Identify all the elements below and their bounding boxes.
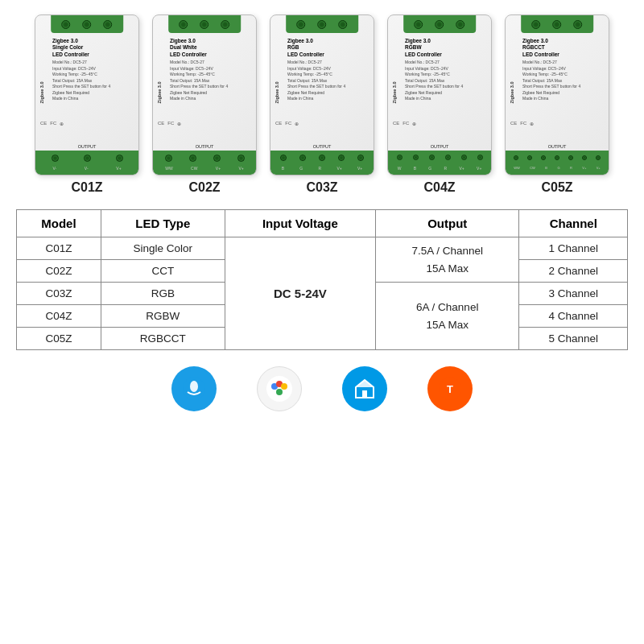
pin-c05z-7 <box>596 155 601 160</box>
top-connector-c04z <box>403 15 476 33</box>
td-model-c04z: C04Z <box>17 305 101 328</box>
product-image-c01z: INPUT Zigbee 3.0 Zigbee 3.0Single ColorL… <box>35 14 139 175</box>
cert-c03z: CE FC ⊕ <box>275 121 299 126</box>
table-row-c01z: C01Z Single Color DC 5-24V 7.5A / Channe… <box>17 237 628 260</box>
output-label-c03z: OUTPUT <box>313 144 332 149</box>
pin-c03z-4 <box>338 155 345 161</box>
pin-c05z-4 <box>555 155 559 160</box>
zigbee-title-c05z: Zigbee 3.0RGBCCTLED Controller <box>522 38 605 58</box>
td-model-c05z: C05Z <box>17 328 101 350</box>
product-item-c04z: INPUT Zigbee 3.0 Zigbee 3.0RGBWLED Contr… <box>384 14 495 195</box>
td-led-c02z: CCT <box>101 260 225 283</box>
product-image-c03z: INPUT Zigbee 3.0 Zigbee 3.0RGBLED Contro… <box>270 14 374 175</box>
pin-c05z-2 <box>527 155 532 160</box>
spec-lines-c01z: Model No.: DC5-27 Input Voltage: DC5~24V… <box>52 60 134 102</box>
pin-c03z-5 <box>357 155 364 161</box>
tuya-icon-container[interactable]: T <box>427 366 473 411</box>
app-icons-row: T <box>171 366 473 411</box>
spec-lines-c03z: Model No.: DC5-27 Input Voltage: DC5~24V… <box>287 60 369 102</box>
th-output: Output <box>375 210 519 237</box>
tuya-icon: T <box>427 366 473 411</box>
td-led-c03z: RGB <box>101 283 225 305</box>
pin-labels-c03z: B G R V+ V+ <box>274 166 370 171</box>
svg-rect-9 <box>362 390 367 398</box>
th-channel: Channel <box>519 210 628 237</box>
top-connector-c01z <box>51 15 123 33</box>
smartlife-icon-container[interactable] <box>342 366 387 411</box>
pin-c05z-5 <box>568 155 573 160</box>
cert-c02z: CE FC ⊕ <box>158 121 181 126</box>
product-image-c02z: INPUT Zigbee 3.0 Zigbee 3.0Dual WhiteLED… <box>152 14 257 175</box>
pin-c02z-2 <box>189 155 196 162</box>
bottom-connector-c03z: B G R V+ V+ <box>270 151 374 175</box>
body-c04z: Zigbee 3.0 Zigbee 3.0RGBWLED Controller … <box>388 33 491 152</box>
zigbee-title-c03z: Zigbee 3.0RGBLED Controller <box>287 38 369 58</box>
screw-c04z-3 <box>456 20 464 29</box>
td-led-c05z: RGBCCT <box>101 328 225 350</box>
product-name-c01z: C01Z <box>71 180 102 195</box>
vertical-text-c04z: Zigbee 3.0 <box>392 82 397 104</box>
top-connector-c03z <box>286 15 358 33</box>
body-c05z: Zigbee 3.0 Zigbee 3.0RGBCCTLED Controlle… <box>506 33 609 152</box>
alexa-icon-container[interactable] <box>171 366 217 411</box>
google-svg <box>265 374 294 403</box>
alexa-icon <box>171 366 217 411</box>
product-image-c05z: INPUT Zigbee 3.0 Zigbee 3.0RGBCCTLED Con… <box>505 14 609 175</box>
spec-lines-c04z: Model No.: DC5-27 Input Voltage: DC5~24V… <box>405 60 487 102</box>
body-c03z: Zigbee 3.0 Zigbee 3.0RGBLED Controller M… <box>270 33 374 152</box>
pins-row-c05z <box>509 155 605 160</box>
bottom-connector-c04z: W B G R V+ V+ <box>388 151 491 175</box>
screw-c05z-2 <box>552 20 561 29</box>
td-led-c01z: Single Color <box>101 237 225 260</box>
body-c01z: Zigbee 3.0 Zigbee 3.0Single ColorLED Con… <box>35 33 138 152</box>
screw-c05z-1 <box>532 20 541 29</box>
pin-labels-c01z: V- V- V+ <box>39 166 135 171</box>
pin-c02z-4 <box>237 155 245 162</box>
bottom-connector-c02z: WW CW V+ V+ <box>153 151 256 175</box>
cert-c04z: CE FC ⊕ <box>393 121 416 126</box>
product-name-c03z: C03Z <box>306 180 337 195</box>
svg-point-5 <box>281 383 287 390</box>
spec-table: Model LED Type Input Voltage Output Chan… <box>16 209 628 350</box>
cert-c05z: CE FC ⊕ <box>510 121 534 126</box>
pin-c04z-1 <box>397 155 402 160</box>
product-name-c05z: C05Z <box>541 180 572 195</box>
td-model-c03z: C03Z <box>17 283 101 305</box>
td-channel-c01z: 1 Channel <box>519 237 628 260</box>
pins-row-c04z <box>391 155 488 160</box>
spec-lines-c02z: Model No.: DC5-27 Input Voltage: DC5~24V… <box>170 60 252 102</box>
pin-c01z-3 <box>116 155 123 162</box>
screw-c02z-3 <box>221 20 229 29</box>
pin-c05z-3 <box>541 155 546 160</box>
pin-c01z-2 <box>84 155 91 162</box>
td-channel-c02z: 2 Channel <box>519 260 628 283</box>
pin-c04z-3 <box>429 155 435 160</box>
alexa-svg <box>181 376 207 402</box>
bottom-connector-c05z: WW CW B G R V+ V+ <box>506 151 609 175</box>
pin-c04z-6 <box>477 155 483 160</box>
info-text-c03z: Zigbee 3.0RGBLED Controller Model No.: D… <box>287 38 369 102</box>
pin-c03z-2 <box>299 155 306 161</box>
pin-c04z-2 <box>413 155 419 160</box>
info-text-c02z: Zigbee 3.0Dual WhiteLED Controller Model… <box>170 38 252 102</box>
td-channel-c03z: 3 Channel <box>519 283 628 305</box>
pin-c04z-5 <box>461 155 467 160</box>
product-item-c02z: INPUT Zigbee 3.0 Zigbee 3.0Dual WhiteLED… <box>149 14 260 195</box>
th-model: Model <box>17 210 101 237</box>
screw-c03z-2 <box>317 20 326 29</box>
page: INPUT Zigbee 3.0 Zigbee 3.0Single ColorL… <box>0 0 644 644</box>
top-connector-c05z <box>521 15 593 33</box>
product-name-c04z: C04Z <box>423 180 455 195</box>
pin-c01z-1 <box>52 155 59 162</box>
products-row: INPUT Zigbee 3.0 Zigbee 3.0Single ColorL… <box>8 14 636 195</box>
screw-c05z-3 <box>573 20 582 29</box>
info-text-c05z: Zigbee 3.0RGBCCTLED Controller Model No.… <box>522 38 605 102</box>
pin-labels-c02z: WW CW V+ V+ <box>156 166 253 171</box>
pins-row-c02z <box>156 155 253 162</box>
tuya-svg: T <box>437 376 463 402</box>
vertical-text-c01z: Zigbee 3.0 <box>39 82 44 104</box>
pin-c04z-4 <box>445 155 451 160</box>
zigbee-title-c04z: Zigbee 3.0RGBWLED Controller <box>405 38 487 58</box>
spec-lines-c05z: Model No.: DC5-27 Input Voltage: DC5~24V… <box>522 60 605 102</box>
google-assistant-icon-container[interactable] <box>257 366 302 411</box>
